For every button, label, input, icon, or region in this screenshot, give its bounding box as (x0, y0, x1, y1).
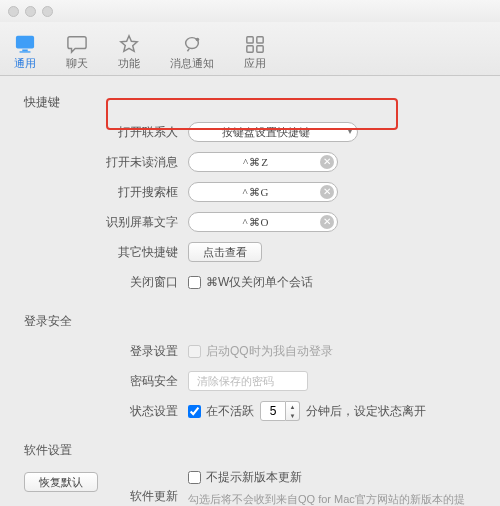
shortcut-keys: ^⌘O (242, 216, 269, 229)
section-title: 软件设置 (24, 442, 476, 459)
tab-features[interactable]: 功能 (118, 34, 140, 75)
open-contacts-label: 打开联系人 (24, 124, 188, 141)
monitor-icon (14, 34, 36, 54)
tab-apps[interactable]: 应用 (244, 34, 266, 75)
clear-icon[interactable]: ✕ (320, 155, 334, 169)
tab-notifications[interactable]: 消息通知 (170, 34, 214, 75)
svg-rect-8 (257, 46, 263, 52)
bell-icon (181, 34, 203, 54)
restore-defaults-button[interactable]: 恢复默认 (24, 472, 98, 492)
placeholder-text: 清除保存的密码 (197, 374, 274, 389)
section-title: 登录安全 (24, 313, 476, 330)
open-contacts-shortcut-field[interactable]: 按键盘设置快捷键 ▾ (188, 122, 358, 142)
ocr-label: 识别屏幕文字 (24, 214, 188, 231)
section-title: 快捷键 (24, 94, 476, 111)
stepper-arrows[interactable]: ▲▼ (286, 401, 300, 421)
view-others-button[interactable]: 点击查看 (188, 242, 262, 262)
tab-label: 消息通知 (170, 56, 214, 71)
tab-label: 应用 (244, 56, 266, 71)
content-area: 快捷键 打开联系人 按键盘设置快捷键 ▾ 打开未读消息 ^⌘Z ✕ 打开搜索框 (0, 76, 500, 506)
open-unread-label: 打开未读消息 (24, 154, 188, 171)
close-window-label: 关闭窗口 (24, 274, 188, 291)
section-login: 登录安全 登录设置 启动QQ时为我自动登录 密码安全 清除保存的密码 状态设置 (24, 313, 476, 430)
close-window-checkbox[interactable]: ⌘W仅关闭单个会话 (188, 274, 313, 291)
clear-icon[interactable]: ✕ (320, 185, 334, 199)
suppress-update-checkbox[interactable]: 不提示新版本更新 (188, 469, 302, 486)
open-search-label: 打开搜索框 (24, 184, 188, 201)
svg-rect-1 (22, 49, 27, 51)
traffic-light-close[interactable] (8, 6, 19, 17)
clear-icon[interactable]: ✕ (320, 215, 334, 229)
tab-label: 通用 (14, 56, 36, 71)
checkbox-input[interactable] (188, 276, 201, 289)
preferences-toolbar: 通用 聊天 功能 消息通知 应用 (0, 22, 500, 76)
traffic-light-zoom[interactable] (42, 6, 53, 17)
status-away-checkbox[interactable]: 在不活跃 (188, 403, 254, 420)
shortcut-keys: ^⌘G (242, 186, 269, 199)
svg-rect-5 (247, 37, 253, 43)
idle-minutes-stepper[interactable]: ▲▼ (260, 401, 300, 421)
auto-login-checkbox: 启动QQ时为我自动登录 (188, 343, 333, 360)
tab-chat[interactable]: 聊天 (66, 34, 88, 75)
section-shortcuts: 快捷键 打开联系人 按键盘设置快捷键 ▾ 打开未读消息 ^⌘Z ✕ 打开搜索框 (24, 94, 476, 301)
login-settings-label: 登录设置 (24, 343, 188, 360)
traffic-light-minimize[interactable] (25, 6, 36, 17)
ocr-shortcut-field[interactable]: ^⌘O ✕ (188, 212, 338, 232)
checkbox-input (188, 345, 201, 358)
checkbox-label: 不提示新版本更新 (206, 469, 302, 486)
svg-point-4 (196, 38, 200, 42)
open-search-shortcut-field[interactable]: ^⌘G ✕ (188, 182, 338, 202)
checkbox-label: ⌘W仅关闭单个会话 (206, 274, 313, 291)
status-post: 分钟后，设定状态离开 (306, 403, 426, 420)
checkbox-label: 启动QQ时为我自动登录 (206, 343, 333, 360)
checkbox-input[interactable] (188, 405, 201, 418)
password-label: 密码安全 (24, 373, 188, 390)
svg-rect-2 (20, 51, 31, 52)
tab-general[interactable]: 通用 (14, 34, 36, 75)
other-shortcuts-label: 其它快捷键 (24, 244, 188, 261)
tab-label: 聊天 (66, 56, 88, 71)
chat-bubble-icon (66, 34, 88, 54)
window-titlebar (0, 0, 500, 22)
shortcut-keys: ^⌘Z (243, 156, 269, 169)
svg-rect-6 (257, 37, 263, 43)
tab-label: 功能 (118, 56, 140, 71)
clear-password-field[interactable]: 清除保存的密码 (188, 371, 308, 391)
idle-minutes-input[interactable] (260, 401, 286, 421)
checkbox-input[interactable] (188, 471, 201, 484)
status-label: 状态设置 (24, 403, 188, 420)
shortcut-placeholder: 按键盘设置快捷键 (222, 125, 310, 140)
grid-icon (244, 34, 266, 54)
svg-rect-7 (247, 46, 253, 52)
status-pre: 在不活跃 (206, 403, 254, 420)
svg-rect-0 (16, 36, 34, 49)
chevron-down-icon: ▾ (348, 127, 352, 136)
update-hint: 勾选后将不会收到来自QQ for Mac官方网站的新版本的提醒。 (188, 492, 476, 506)
open-unread-shortcut-field[interactable]: ^⌘Z ✕ (188, 152, 338, 172)
star-icon (118, 34, 140, 54)
